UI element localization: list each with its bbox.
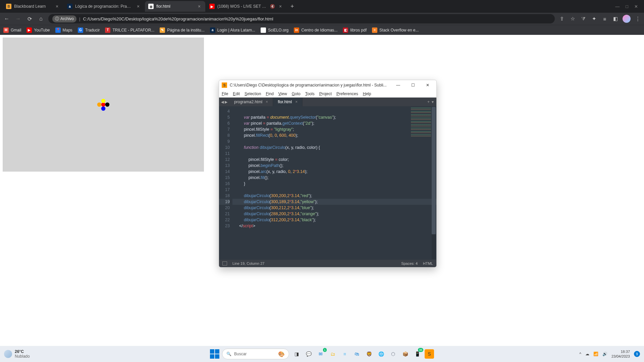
editor-tab-close-icon[interactable]: × <box>266 100 268 104</box>
reading-list-icon[interactable]: ≡ <box>601 16 608 22</box>
share-icon[interactable]: ⇪ <box>558 16 566 22</box>
menu-item[interactable]: Project <box>319 92 332 96</box>
browser-tab[interactable]: ◉ flor.html × <box>145 1 205 12</box>
bookmark-favicon: ▶ <box>26 27 32 33</box>
sublime-menu-bar: FileEditSelectionFindViewGotoToolsProjec… <box>219 90 436 98</box>
sublime-maximize[interactable]: ☐ <box>407 83 419 87</box>
tab-close-icon[interactable]: × <box>54 4 60 9</box>
browser-tab[interactable]: B Blackboard Learn × <box>3 1 63 12</box>
weather-cond: Nublado <box>15 354 30 359</box>
bookmark-item[interactable]: 📍Maps <box>55 27 72 33</box>
notifications-badge[interactable]: 9 <box>634 351 640 357</box>
nav-home[interactable]: ⌂ <box>37 16 45 22</box>
bookmark-item[interactable]: ▶YouTube <box>26 27 50 33</box>
bookmark-item[interactable]: SSciELO.org <box>261 27 288 33</box>
brave-icon[interactable]: 🦁 <box>364 349 374 359</box>
editor-tab[interactable]: programa2.html× <box>229 98 273 106</box>
sidebar-toggle-icon[interactable] <box>222 261 227 265</box>
editor-tab-close-icon[interactable]: × <box>295 100 298 104</box>
code-area[interactable]: var pantalla = document.querySelector("c… <box>232 106 436 260</box>
tab-close-icon[interactable]: × <box>197 4 202 9</box>
bookmark-item[interactable]: aLogin | Alura Latam... <box>210 27 255 33</box>
taskbar-search[interactable]: 🔍 Buscar 🎨 <box>222 349 289 359</box>
editor-tab[interactable]: flor.html× <box>273 98 303 106</box>
whatsapp-icon[interactable]: 📱36 <box>413 349 422 359</box>
chat-icon[interactable]: 💬 <box>304 349 313 359</box>
task-view-icon[interactable]: ◨ <box>292 349 301 359</box>
sidepanel-icon[interactable]: ◧ <box>612 16 619 22</box>
menu-item[interactable]: View <box>278 92 287 96</box>
chevron-down-icon[interactable]: ▾ <box>432 100 434 104</box>
sublime-tab-controls[interactable]: +▾ <box>425 98 436 106</box>
tab-mute-icon[interactable]: 🔇 <box>270 4 275 9</box>
weather-temp: 26°C <box>15 349 30 354</box>
taskbar-clock[interactable]: 18:37 23/04/2023 <box>611 349 630 359</box>
bookmark-item[interactable]: GTraducir <box>78 27 100 33</box>
sublime-text-window: S C:\Users\Diego C\Desktop\logica de pro… <box>219 80 437 267</box>
bookmark-item[interactable]: ✎Página de la institu... <box>160 27 204 33</box>
status-syntax[interactable]: HTML <box>423 261 433 265</box>
bookmark-item[interactable]: TTRILCE - PLATAFOR... <box>105 27 154 33</box>
sublime-minimize[interactable]: — <box>392 83 404 87</box>
profile-avatar[interactable] <box>623 15 631 23</box>
bookmark-item[interactable]: MGmail <box>3 27 21 33</box>
volume-icon[interactable]: 🔊 <box>602 352 607 356</box>
status-indent[interactable]: Spaces: 4 <box>401 261 418 265</box>
nav-reload[interactable]: ⟳ <box>25 16 34 22</box>
nav-forward[interactable]: → <box>14 16 22 22</box>
menu-item[interactable]: Preferences <box>336 92 358 96</box>
sublime-taskbar-icon[interactable]: S <box>425 349 434 359</box>
new-tab-button[interactable]: + <box>287 3 298 10</box>
bookmark-favicon: M <box>3 27 9 33</box>
extensions-icon[interactable]: ✦ <box>590 16 598 22</box>
line-number-gutter: 4567891011121314151617181920212223 <box>219 106 232 260</box>
bookmark-label: SciELO.org <box>268 28 288 33</box>
start-button[interactable] <box>210 349 219 359</box>
tab-favicon: B <box>6 4 11 9</box>
taskbar-weather[interactable]: 26°C Nublado <box>4 349 30 359</box>
tab-close-icon[interactable]: × <box>136 4 141 9</box>
menu-item[interactable]: Help <box>363 92 371 96</box>
menu-item[interactable]: Find <box>266 92 273 96</box>
bookmark-label: Página de la institu... <box>167 28 204 33</box>
minimap[interactable] <box>411 108 431 138</box>
tab-close-icon[interactable]: × <box>278 4 283 9</box>
bookmark-star-icon[interactable]: ☆ <box>569 16 576 22</box>
onedrive-icon[interactable]: ☁ <box>585 352 589 356</box>
window-maximize[interactable]: □ <box>626 4 628 9</box>
sublime-editor[interactable]: 4567891011121314151617181920212223 var p… <box>219 106 436 260</box>
menu-item[interactable]: File <box>222 92 228 96</box>
chrome-icon[interactable]: 🌐 <box>376 349 386 359</box>
bookmark-item[interactable]: ◧libros pdf <box>343 27 367 33</box>
sublime-titlebar[interactable]: S C:\Users\Diego C\Desktop\logica de pro… <box>219 80 436 90</box>
sublime-tab-nav[interactable]: ◀ ▶ <box>219 98 229 106</box>
box-icon[interactable]: 📦 <box>400 349 410 359</box>
plus-icon[interactable]: + <box>427 100 430 104</box>
menu-kebab-icon[interactable]: ⋮ <box>634 16 641 22</box>
address-bar[interactable]: ⓘ Archivo | C:/Users/Diego%20C/Desktop/l… <box>48 14 555 23</box>
mail-icon[interactable]: ✉1 <box>316 349 325 359</box>
scrollbar-thumb[interactable] <box>432 107 436 234</box>
menu-item[interactable]: Selection <box>245 92 261 96</box>
bookmark-item[interactable]: inCentro de Idiomas... <box>294 27 337 33</box>
bookmark-favicon: ≡ <box>372 27 377 33</box>
browser-tab[interactable]: a Lógica de programación: Practic × <box>64 1 144 12</box>
menu-item[interactable]: Edit <box>233 92 240 96</box>
browser-tab[interactable]: ▶ (1068) WOS - LIVE SET - Pro 🔇 × <box>206 1 286 12</box>
nav-back[interactable]: ← <box>3 16 11 22</box>
window-close[interactable]: ✕ <box>634 4 638 9</box>
vscode-icon[interactable]: ⌗ <box>340 349 350 359</box>
tray-chevron-icon[interactable]: ^ <box>579 352 581 356</box>
gitlab-icon[interactable]: ⧩ <box>580 16 587 22</box>
menu-item[interactable]: Tools <box>305 92 315 96</box>
mail-badge: 1 <box>323 348 327 352</box>
shield-icon[interactable]: ⬡ <box>388 349 398 359</box>
menu-item[interactable]: Goto <box>292 92 301 96</box>
file-explorer-icon[interactable]: 🗂 <box>328 349 337 359</box>
sublime-close[interactable]: ✕ <box>422 83 434 87</box>
window-minimize[interactable]: — <box>615 4 620 9</box>
bookmark-item[interactable]: ≡Stack Overflow en e... <box>372 27 419 33</box>
tab-title: Blackboard Learn <box>14 4 52 9</box>
wifi-icon[interactable]: 📶 <box>593 352 598 356</box>
store-icon[interactable]: 🛍 <box>352 349 362 359</box>
